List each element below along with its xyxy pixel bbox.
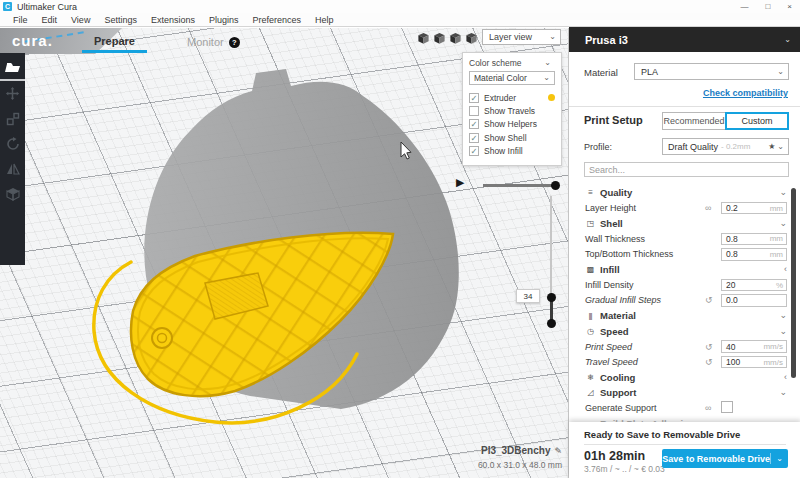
layer-slider-track[interactable]	[550, 196, 552, 297]
link-icon: ∞	[705, 403, 711, 413]
print-setup-title: Print Setup	[584, 114, 643, 126]
status-question-badge: ?	[229, 37, 240, 48]
setup-mode-switch: RecommendedCustom	[662, 112, 789, 130]
window-title: Ultimaker Cura	[17, 2, 77, 12]
view-front-icon[interactable]	[433, 31, 446, 44]
path-slider-track[interactable]	[483, 184, 556, 187]
model-name[interactable]: PI3_3DBenchy	[481, 445, 550, 456]
output-footer: Ready to Save to Removable Drive 01h 28m…	[569, 422, 800, 478]
view-3d-icon[interactable]	[417, 31, 430, 44]
setting-unit: mm	[770, 234, 786, 243]
setting-value-field[interactable]: 0.0	[721, 294, 787, 307]
revert-icon[interactable]: ↺	[705, 342, 713, 352]
move-tool-button[interactable]	[0, 81, 25, 106]
tab-monitor[interactable]: Monitor?	[175, 31, 252, 51]
recommended-mode-button[interactable]: Recommended	[662, 112, 726, 130]
layer-slider-handle[interactable]	[547, 293, 556, 302]
checkbox-label: Show Infill	[484, 146, 523, 156]
menu-item-preferences[interactable]: Preferences	[245, 15, 308, 25]
chevron-down-icon: ⌄	[784, 36, 800, 44]
category-quality[interactable]: ≡Quality⌄	[569, 185, 800, 200]
close-button[interactable]: ×	[787, 2, 792, 11]
setting-generate-support: Generate Support∞	[569, 400, 800, 415]
checkbox-checked[interactable]: ✓	[469, 133, 479, 143]
setting-value-field[interactable]: 40mm/s	[721, 340, 787, 353]
profile-suffix: - 0.2mm	[721, 142, 768, 151]
mirror-tool-button[interactable]	[0, 156, 25, 181]
layer-view-toggle-show-shell[interactable]: ✓Show Shell	[469, 131, 555, 144]
category-support[interactable]: ◿Support⌄	[569, 385, 800, 400]
settings-scrollbar[interactable]	[791, 188, 796, 378]
setting-value-field[interactable]: 0.8mm	[721, 248, 787, 261]
material-dropdown[interactable]: PLA ⌄	[634, 63, 789, 80]
path-slider-handle[interactable]	[551, 181, 560, 190]
tab-prepare[interactable]: Prepare	[82, 30, 147, 53]
layer-view-toggle-show-infill[interactable]: ✓Show Infill	[469, 145, 555, 158]
link-icon: ∞	[705, 203, 711, 213]
open-file-button[interactable]	[0, 53, 25, 79]
material-icon: |||	[583, 311, 597, 320]
edit-name-icon[interactable]: ✎	[554, 446, 562, 456]
category-shell[interactable]: ◳Shell⌄	[569, 216, 800, 231]
minimize-button[interactable]: —	[740, 2, 748, 11]
chevron-down-icon: ⌄	[779, 311, 791, 320]
play-simulation-button[interactable]: ▶	[456, 176, 464, 189]
category-speed[interactable]: ◷Speed⌄	[569, 324, 800, 339]
layer-view-panel: Color scheme ⌄ Material Color ⌄ ✓Extrude…	[462, 52, 562, 166]
rotate-tool-button[interactable]	[0, 131, 25, 156]
machine-name: Prusa i3	[569, 34, 784, 46]
save-to-removable-drive-button[interactable]: Save to Removable Drive ⌄	[662, 449, 788, 468]
maximize-button[interactable]: □	[765, 2, 770, 11]
check-compatibility-link[interactable]: Check compatibility	[703, 88, 788, 98]
chevron-down-icon[interactable]: ⌄	[771, 455, 788, 463]
view-mode-dropdown[interactable]: Layer view ⌄	[482, 29, 561, 45]
setting-value-field[interactable]: 100mm/s	[721, 356, 787, 369]
view-top-icon[interactable]	[449, 31, 462, 44]
setting-value-field[interactable]: 0.8mm	[721, 233, 787, 246]
checkbox[interactable]	[469, 106, 479, 116]
tool-sidebar	[0, 53, 25, 265]
category-material[interactable]: |||Material⌄	[569, 308, 800, 323]
profile-dropdown[interactable]: Draft Quality - 0.2mm ★ ⌄	[662, 138, 789, 155]
setting-unit: mm	[770, 250, 786, 259]
menu-item-plugins[interactable]: Plugins	[202, 15, 246, 25]
revert-icon[interactable]: ↺	[705, 357, 713, 367]
chevron-down-icon[interactable]: ⌄	[544, 59, 555, 67]
tab-label: Monitor	[187, 36, 224, 48]
machine-selector[interactable]: Prusa i3 ⌄	[569, 27, 800, 52]
viewport-3d[interactable]: cura. PrepareMonitor?	[0, 28, 568, 478]
scale-tool-button[interactable]	[0, 106, 25, 131]
material-label: Material	[584, 67, 618, 78]
setting-value-field[interactable]: 20%	[721, 279, 787, 292]
view-left-icon[interactable]	[465, 31, 478, 44]
star-icon[interactable]: ★	[768, 142, 777, 151]
setting-checkbox[interactable]	[721, 401, 733, 413]
layer-view-toggle-show-helpers[interactable]: ✓Show Helpers	[469, 118, 555, 131]
color-scheme-dropdown[interactable]: Material Color ⌄	[469, 71, 555, 85]
menu-item-file[interactable]: File	[6, 15, 35, 25]
setting-wall-thickness: Wall Thickness0.8mm	[569, 231, 800, 246]
checkbox-checked[interactable]: ✓	[469, 93, 479, 103]
revert-icon[interactable]: ↺	[705, 295, 713, 305]
layer-slider-bottom-handle[interactable]	[547, 319, 556, 328]
cura-logo: cura.	[12, 32, 53, 49]
layer-view-toggle-show-travels[interactable]: Show Travels	[469, 104, 555, 117]
custom-mode-button[interactable]: Custom	[725, 112, 789, 130]
category-label: Quality	[600, 187, 800, 198]
checkbox-checked[interactable]: ✓	[469, 146, 479, 156]
menu-item-settings[interactable]: Settings	[97, 15, 144, 25]
category-cooling[interactable]: ❄Cooling‹	[569, 370, 800, 385]
category-infill[interactable]: ▩Infill‹	[569, 262, 800, 277]
menu-item-extensions[interactable]: Extensions	[144, 15, 202, 25]
setting-value-field[interactable]: 0.2mm	[721, 202, 787, 215]
setting-gradual-infill-steps: Gradual Infill Steps↺0.0	[569, 293, 800, 308]
checkbox-checked[interactable]: ✓	[469, 119, 479, 129]
model-dimensions: 60.0 x 31.0 x 48.0 mm	[478, 460, 562, 470]
chevron-left-icon: ‹	[784, 373, 791, 382]
layer-view-toggle-extruder[interactable]: ✓Extruder	[469, 91, 555, 104]
menu-item-help[interactable]: Help	[308, 15, 341, 25]
menu-item-edit[interactable]: Edit	[35, 15, 65, 25]
menu-item-view[interactable]: View	[64, 15, 97, 25]
setting-search-input[interactable]: Search...	[584, 162, 789, 177]
per-model-settings-button[interactable]	[0, 181, 25, 206]
